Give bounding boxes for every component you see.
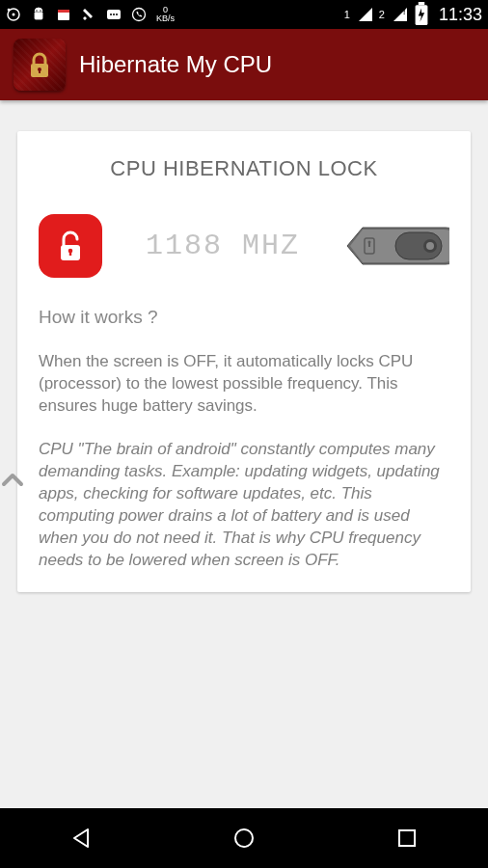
chevron-up-icon[interactable] bbox=[0, 466, 27, 499]
android-icon bbox=[31, 7, 46, 22]
content-area: CPU HIBERNATION LOCK 1188 MHZ bbox=[0, 100, 488, 592]
hibernation-toggle[interactable] bbox=[343, 224, 449, 268]
svg-point-27 bbox=[235, 829, 253, 847]
svg-rect-15 bbox=[31, 64, 48, 77]
app-bar: Hibernate My CPU bbox=[0, 29, 488, 100]
back-button[interactable] bbox=[67, 824, 95, 853]
description-paragraph-1: When the screen is OFF, it automatically… bbox=[39, 351, 449, 418]
svg-point-1 bbox=[13, 14, 15, 16]
whatsapp-icon bbox=[131, 7, 147, 22]
description-paragraph-2: CPU "The brain of android" constantly co… bbox=[39, 439, 449, 572]
sim1-label: 1 bbox=[344, 9, 350, 20]
data-speed-icon: 0 KB/s bbox=[156, 6, 175, 23]
status-time: 11:33 bbox=[439, 5, 482, 25]
svg-point-23 bbox=[426, 242, 434, 250]
how-it-works-title: How it works ? bbox=[39, 307, 449, 328]
app-title: Hibernate My CPU bbox=[79, 51, 272, 78]
card-title: CPU HIBERNATION LOCK bbox=[39, 156, 449, 181]
svg-point-2 bbox=[8, 9, 11, 12]
svg-point-4 bbox=[40, 10, 41, 11]
hibernation-card: CPU HIBERNATION LOCK 1188 MHZ bbox=[17, 131, 471, 592]
status-bar: 0 KB/s 1 2 ! 11:33 bbox=[0, 0, 488, 29]
svg-rect-20 bbox=[69, 251, 71, 256]
navigation-bar bbox=[0, 808, 488, 868]
app-icon bbox=[14, 39, 66, 91]
disc-icon bbox=[6, 7, 21, 22]
recent-apps-button[interactable] bbox=[393, 824, 421, 853]
svg-point-10 bbox=[116, 14, 118, 15]
battery-charging-icon bbox=[414, 7, 429, 22]
brush-icon bbox=[81, 7, 96, 22]
svg-rect-17 bbox=[39, 69, 41, 73]
svg-point-16 bbox=[38, 68, 41, 71]
message-icon bbox=[106, 7, 122, 22]
svg-rect-6 bbox=[58, 10, 69, 13]
hero-row: 1188 MHZ bbox=[39, 214, 449, 278]
svg-text:!: ! bbox=[403, 9, 405, 15]
svg-point-11 bbox=[133, 9, 146, 21]
home-button[interactable] bbox=[230, 824, 258, 853]
svg-point-9 bbox=[113, 14, 115, 15]
svg-point-3 bbox=[36, 10, 37, 11]
svg-rect-26 bbox=[368, 242, 370, 247]
signal-1-icon bbox=[358, 7, 373, 22]
svg-rect-28 bbox=[399, 830, 415, 846]
sim2-label: 2 bbox=[379, 9, 385, 20]
lock-status-icon[interactable] bbox=[39, 214, 102, 278]
signal-2-icon: ! bbox=[393, 7, 408, 22]
calendar-icon bbox=[56, 7, 71, 22]
svg-rect-14 bbox=[419, 2, 424, 5]
cpu-frequency: 1188 MHZ bbox=[146, 230, 300, 262]
svg-point-8 bbox=[110, 14, 112, 15]
